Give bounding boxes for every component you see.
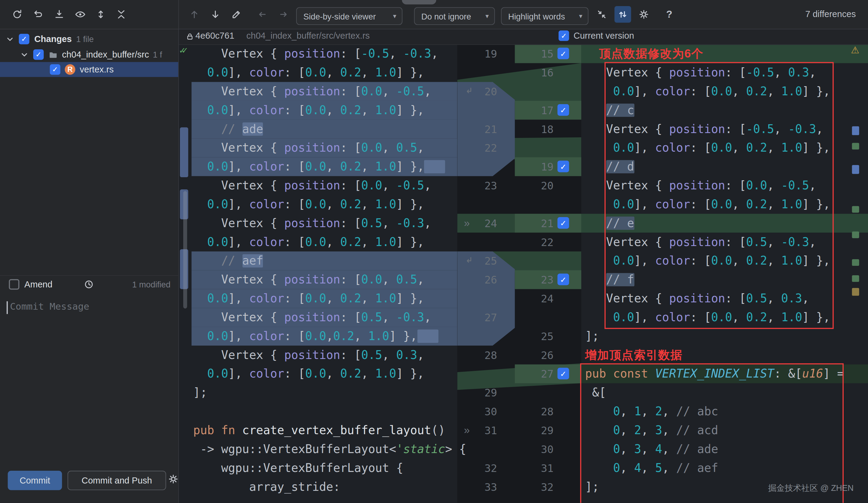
commit-button[interactable]: Commit (8, 471, 62, 490)
code-line-left[interactable]: 0.0], color: [0.0, 0.2, 1.0] }, (192, 365, 457, 383)
current-version-checkbox[interactable] (558, 30, 569, 41)
code-line-right[interactable]: 0, 2, 3, // acd (581, 421, 868, 440)
code-line-right[interactable]: // f (581, 270, 868, 289)
preview-diff-icon[interactable] (74, 8, 87, 21)
file-tree-row-selected[interactable]: R vertex.rs (0, 62, 178, 77)
history-icon[interactable] (83, 279, 94, 290)
code-line-left[interactable]: -> wgpu::VertexBufferLayout<'static> { (192, 440, 457, 459)
diff-row-right[interactable]: Vertex { position: [0.5, -0.3, (581, 233, 868, 252)
code-line-left[interactable]: Vertex { position: [0.0, -0.5, (192, 176, 457, 195)
diff-chunk-checkbox[interactable] (558, 48, 569, 59)
code-line-left[interactable]: 0.0], color: [0.0, 0.2, 1.0] }, (192, 63, 457, 82)
diff-row-left[interactable]: ]; (192, 383, 457, 402)
code-line-right[interactable]: 0.0], color: [0.0, 0.2, 1.0] }, (581, 195, 868, 214)
commit-message-input[interactable]: Commit Message (10, 301, 90, 312)
sync-scroll-icon[interactable] (614, 6, 631, 23)
code-line-right[interactable]: 增加顶点索引数据 (581, 346, 868, 365)
folder-tree-row[interactable]: ch04_index_buffer/src 1 f (0, 47, 178, 62)
diff-row-left[interactable]: 0.0], color: [0.0, 0.2, 1.0] }, (192, 289, 457, 308)
diff-row-left[interactable]: Vertex { position: [0.5, -0.3, (192, 308, 457, 327)
code-line-right[interactable]: 0.0], color: [0.0, 0.2, 1.0] }, (581, 82, 868, 101)
error-stripe[interactable]: ⚠ (850, 44, 862, 503)
code-line-right[interactable]: Vertex { position: [0.0, -0.5, (581, 176, 868, 195)
stripe-mark[interactable] (852, 143, 859, 150)
highlight-mode-select[interactable]: Highlight words ▾ (501, 7, 588, 25)
diff-row-left[interactable]: // ade (192, 120, 457, 138)
diff-row-right[interactable]: 0.0], color: [0.0, 0.2, 1.0] }, (581, 82, 868, 101)
diff-row-right[interactable]: // f (581, 270, 868, 289)
code-line-right[interactable]: Vertex { position: [-0.5, 0.3, (581, 63, 868, 82)
diff-chunk-checkbox[interactable] (558, 274, 569, 285)
code-line-right[interactable]: Vertex { position: [-0.5, -0.3, (581, 120, 868, 138)
diff-row-right[interactable]: 0, 1, 2, // abc (581, 402, 868, 421)
edit-icon[interactable] (230, 8, 243, 21)
diff-row-left[interactable]: -> wgpu::VertexBufferLayout<'static> { (192, 440, 457, 459)
commit-options-gear-icon[interactable] (168, 473, 179, 484)
changes-tree-row[interactable]: Changes 1 file (0, 32, 178, 47)
code-line-left[interactable]: 0.0], color: [0.0,0.2, 1.0] }, (192, 327, 457, 346)
collapse-unchanged-icon[interactable] (595, 8, 608, 21)
diff-row-left[interactable]: 0.0], color: [0.0, 0.2, 1.0] }, (192, 365, 457, 383)
code-line-right[interactable]: Vertex { position: [0.5, 0.3, (581, 289, 868, 308)
help-icon[interactable]: ? (663, 8, 676, 21)
code-line-right[interactable]: // c (581, 101, 868, 120)
gear-icon[interactable] (637, 8, 651, 21)
diff-row-right[interactable]: 0.0], color: [0.0, 0.2, 1.0] }, (581, 138, 868, 157)
code-line-right[interactable]: 0.0], color: [0.0, 0.2, 1.0] }, (581, 252, 868, 270)
diff-chunk-checkbox[interactable] (558, 161, 569, 172)
code-line-right[interactable]: 0, 3, 4, // ade (581, 440, 868, 459)
refresh-icon[interactable] (11, 8, 24, 21)
amend-checkbox[interactable] (9, 279, 20, 290)
next-difference-icon[interactable] (209, 8, 222, 21)
code-line-left[interactable]: Vertex { position: [0.0, -0.5, (192, 82, 457, 101)
diff-row-right[interactable]: // e (581, 214, 868, 233)
diff-row-left[interactable]: 0.0], color: [0.0, 0.2, 1.0] }, (192, 101, 457, 120)
code-line-right[interactable]: 顶点数据修改为6个 (581, 44, 868, 63)
diff-row-right[interactable]: 0.0], color: [0.0, 0.2, 1.0] }, (581, 195, 868, 214)
changes-checkbox[interactable] (19, 34, 30, 44)
diff-row-left[interactable]: 0.0], color: [0.0, 0.2, 1.0] }, (192, 233, 457, 252)
diff-row-right[interactable]: Vertex { position: [0.0, -0.5, (581, 176, 868, 195)
whitespace-ignore-select[interactable]: Do not ignore ▾ (414, 7, 495, 25)
code-line-right[interactable]: &[ (581, 383, 868, 402)
diff-row-right[interactable]: pub const VERTEX_INDEX_LIST: &[u16] = (581, 365, 868, 383)
code-line-right[interactable]: ]; (581, 478, 868, 496)
diff-row-left[interactable]: array_stride: (192, 478, 457, 496)
code-line-left[interactable]: pub fn create_vertex_buffer_layout() (192, 421, 457, 440)
chevron-down-icon[interactable] (20, 50, 29, 59)
code-line-left[interactable]: Vertex { position: [-0.5, -0.3, (192, 44, 457, 63)
diff-row-right[interactable]: 0, 4, 5, // aef (581, 459, 868, 478)
code-line-left[interactable]: 0.0], color: [0.0, 0.2, 1.0] }, (192, 289, 457, 308)
warning-icon[interactable]: ⚠ (851, 44, 859, 56)
diff-row-left[interactable]: 0.0], color: [0.0, 0.2, 1.0] }, (192, 63, 457, 82)
code-line-left[interactable]: 0.0], color: [0.0, 0.2, 1.0] }, (192, 101, 457, 120)
code-line-left[interactable]: // aef (192, 252, 457, 270)
diff-chunk-checkbox[interactable] (558, 104, 569, 116)
code-line-left[interactable]: Vertex { position: [0.0, 0.5, (192, 138, 457, 157)
stripe-mark[interactable] (852, 259, 859, 266)
code-line-right[interactable]: // d (581, 157, 868, 176)
code-line-right[interactable]: 0.0], color: [0.0, 0.2, 1.0] }, (581, 138, 868, 157)
diff-row-right[interactable]: 0.0], color: [0.0, 0.2, 1.0] }, (581, 252, 868, 270)
rollback-icon[interactable] (32, 8, 45, 21)
diff-row-right[interactable]: Vertex { position: [-0.5, -0.3, (581, 120, 868, 138)
code-line-right[interactable]: // e (581, 214, 868, 233)
diff-row-right[interactable]: ]; (581, 478, 868, 496)
stripe-mark[interactable] (852, 126, 859, 135)
code-line-right[interactable]: 0, 4, 5, // aef (581, 459, 868, 478)
diff-row-left[interactable]: 0.0], color: [0.0, 0.2, 1.0] }, (192, 195, 457, 214)
panel-divider[interactable] (178, 0, 179, 503)
previous-difference-icon[interactable] (188, 8, 201, 21)
code-line-right[interactable]: 0, 1, 2, // abc (581, 402, 868, 421)
viewer-mode-select[interactable]: Side-by-side viewer ▾ (296, 7, 402, 25)
diff-row-left[interactable]: Vertex { position: [0.0, 0.5, (192, 270, 457, 289)
code-line-left[interactable]: Vertex { position: [0.5, 0.3, (192, 346, 457, 365)
diff-row-right[interactable]: &[ (581, 383, 868, 402)
diff-row-right[interactable]: Vertex { position: [-0.5, 0.3, (581, 63, 868, 82)
diff-row-left[interactable]: Vertex { position: [0.0, -0.5, (192, 176, 457, 195)
chevron-down-icon[interactable] (6, 35, 14, 43)
diff-row-right[interactable]: 0.0], color: [0.0, 0.2, 1.0] }, (581, 308, 868, 327)
code-line-right[interactable]: pub const VERTEX_INDEX_LIST: &[u16] = (581, 365, 868, 383)
window-grip[interactable] (402, 0, 436, 4)
code-line-left[interactable]: array_stride: (192, 478, 457, 496)
